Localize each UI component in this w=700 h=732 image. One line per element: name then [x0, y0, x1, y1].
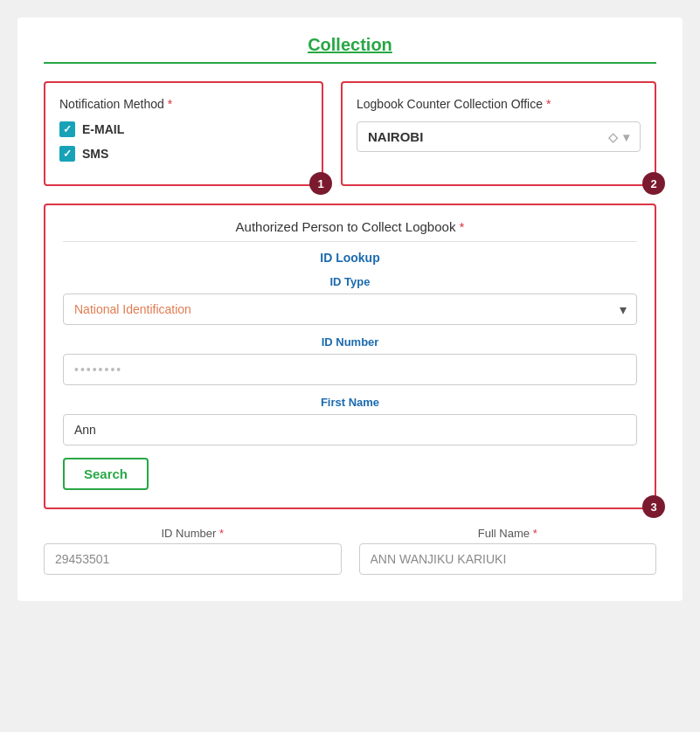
bottom-full-name-input[interactable]	[359, 543, 657, 575]
sms-checkbox-icon: ✓	[59, 146, 75, 162]
step-badge-3: 3	[642, 495, 665, 518]
step-badge-1: 1	[309, 172, 332, 195]
step-badge-2: 2	[642, 172, 665, 195]
authorized-required: *	[460, 219, 465, 234]
id-type-select-wrapper: National Identification Passport Militar…	[63, 293, 637, 325]
bottom-row: ID Number * Full Name *	[44, 527, 656, 575]
clear-icon[interactable]: ◇	[608, 130, 618, 144]
logbook-office-label: Logbook Counter Collection Office *	[357, 97, 641, 111]
first-name-label: First Name	[63, 396, 637, 409]
logbook-office-required: *	[546, 97, 551, 111]
id-type-label: ID Type	[63, 275, 637, 288]
dropdown-icons: ◇ ▾	[608, 130, 629, 144]
bottom-id-number-field: ID Number *	[44, 527, 342, 575]
authorized-person-box: Authorized Person to Collect Logbook * 3…	[44, 204, 656, 509]
page-title: Collection	[44, 35, 656, 55]
email-label: E-MAIL	[82, 122, 124, 136]
notification-label: Notification Method *	[59, 97, 308, 111]
id-number-input[interactable]	[63, 354, 637, 385]
id-type-select[interactable]: National Identification Passport Militar…	[63, 293, 637, 325]
top-row: Notification Method * ✓ E-MAIL ✓ SMS 1 L…	[44, 81, 656, 186]
bottom-id-number-label: ID Number *	[44, 527, 342, 540]
title-divider	[44, 62, 656, 64]
page-container: Collection Notification Method * ✓ E-MAI…	[17, 17, 683, 601]
authorized-title: Authorized Person to Collect Logbook *	[63, 219, 637, 242]
id-lookup-label: ID Lookup	[63, 251, 637, 265]
email-option[interactable]: ✓ E-MAIL	[59, 121, 308, 137]
search-button[interactable]: Search	[63, 458, 149, 490]
bottom-full-name-label: Full Name *	[359, 527, 657, 540]
chevron-down-icon[interactable]: ▾	[623, 130, 629, 144]
sms-option[interactable]: ✓ SMS	[59, 146, 308, 162]
notification-required: *	[168, 97, 172, 111]
sms-label: SMS	[82, 147, 108, 161]
bottom-id-number-input[interactable]	[44, 543, 342, 575]
logbook-office-value: NAIROBI	[368, 129, 423, 144]
id-number-label: ID Number	[63, 335, 637, 349]
bottom-full-name-field: Full Name *	[359, 527, 657, 575]
notification-method-box: Notification Method * ✓ E-MAIL ✓ SMS 1	[44, 81, 323, 186]
logbook-office-box: Logbook Counter Collection Office * NAIR…	[341, 81, 656, 186]
email-checkbox-icon: ✓	[59, 121, 75, 137]
logbook-office-dropdown[interactable]: NAIROBI ◇ ▾	[357, 121, 641, 152]
first-name-input[interactable]	[63, 414, 637, 445]
